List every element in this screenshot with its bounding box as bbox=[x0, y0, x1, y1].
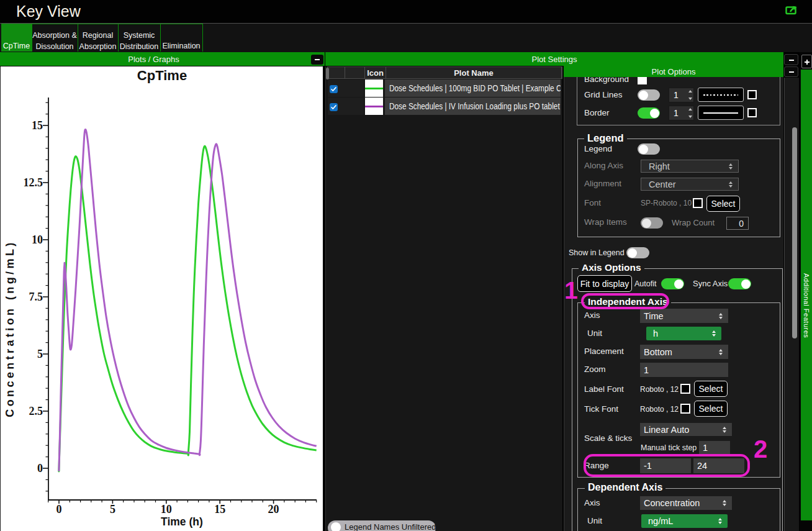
svg-text:20: 20 bbox=[268, 503, 279, 515]
svg-text:10: 10 bbox=[32, 234, 43, 246]
svg-text:CpTime: CpTime bbox=[137, 68, 187, 83]
svg-text:10: 10 bbox=[161, 503, 172, 515]
svg-text:15: 15 bbox=[214, 503, 225, 515]
svg-text:5: 5 bbox=[110, 503, 115, 515]
svg-text:5: 5 bbox=[37, 348, 43, 360]
svg-text:Time (h): Time (h) bbox=[161, 515, 203, 528]
svg-text:0: 0 bbox=[56, 503, 62, 515]
svg-text:15: 15 bbox=[32, 119, 43, 132]
svg-text:12.5: 12.5 bbox=[24, 176, 43, 189]
svg-text:7.5: 7.5 bbox=[29, 291, 43, 303]
svg-text:Concentration (ng/mL): Concentration (ng/mL) bbox=[4, 240, 16, 417]
svg-text:0: 0 bbox=[37, 462, 43, 474]
svg-text:2.5: 2.5 bbox=[29, 405, 43, 417]
